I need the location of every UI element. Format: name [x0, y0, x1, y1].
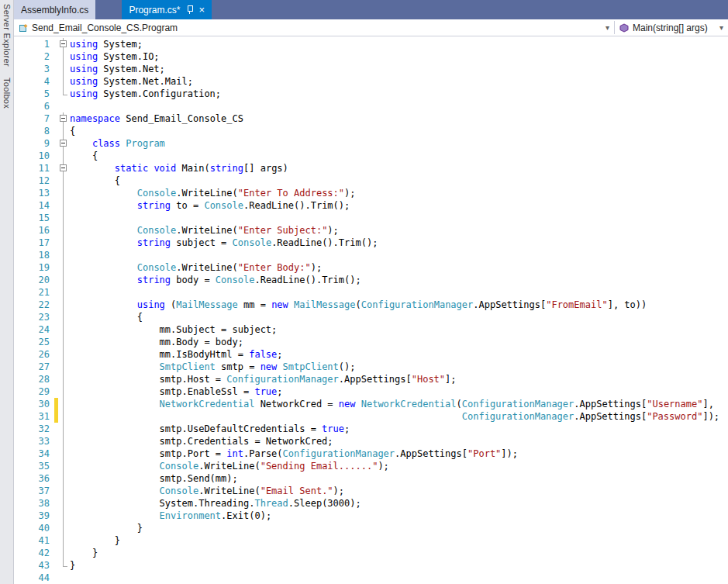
fold-margin [58, 323, 70, 336]
code-text: smtp.Port = int.Parse(ConfigurationManag… [70, 448, 728, 460]
fold-margin [58, 534, 70, 547]
line-number: 1 [14, 38, 54, 50]
fold-margin [58, 398, 70, 410]
code-line[interactable]: 43} [14, 559, 728, 572]
code-text: string subject = Console.ReadLine().Trim… [70, 237, 728, 249]
code-line[interactable]: 1using System; [14, 38, 728, 50]
code-line[interactable]: 10 { [14, 150, 728, 162]
collapse-box-icon[interactable] [60, 115, 67, 122]
fold-toggle[interactable] [58, 162, 70, 175]
code-text: mm.Body = body; [70, 336, 728, 348]
code-text: Environment.Exit(0); [70, 510, 728, 522]
fold-toggle[interactable] [58, 38, 70, 50]
code-line[interactable]: 31 ConfigurationManager.AppSettings["Pas… [14, 410, 728, 423]
code-line[interactable]: 24 mm.Subject = subject; [14, 323, 728, 336]
fold-margin [58, 497, 70, 510]
line-number: 14 [14, 199, 54, 212]
code-line[interactable]: 9 class Program [14, 137, 728, 150]
code-text: using (MailMessage mm = new MailMessage(… [70, 299, 728, 311]
code-line[interactable]: 5using System.Configuration; [14, 88, 728, 100]
code-line[interactable]: 42 } [14, 547, 728, 559]
fold-margin [58, 559, 70, 572]
line-number: 29 [14, 385, 54, 398]
close-icon[interactable]: × [198, 5, 205, 15]
line-number: 21 [14, 286, 54, 299]
code-line[interactable]: 17 string subject = Console.ReadLine().T… [14, 237, 728, 249]
code-line[interactable]: 36 smtp.Send(mm); [14, 472, 728, 485]
type-dropdown[interactable]: Send_Email_Console_CS.Program ▾ [14, 19, 614, 36]
code-editor[interactable]: 1using System;2using System.IO;3using Sy… [14, 36, 728, 584]
code-line[interactable]: 35 Console.WriteLine("Sending Email.....… [14, 460, 728, 472]
line-number: 43 [14, 559, 54, 572]
code-line[interactable]: 30 NetworkCredential NetworkCred = new N… [14, 398, 728, 410]
code-line[interactable]: 12 { [14, 175, 728, 187]
line-number: 23 [14, 311, 54, 323]
code-line[interactable]: 20 string body = Console.ReadLine().Trim… [14, 274, 728, 286]
line-number: 27 [14, 361, 54, 373]
code-text: smtp.Host = ConfigurationManager.AppSett… [70, 373, 728, 385]
code-line[interactable]: 14 string to = Console.ReadLine().Trim()… [14, 199, 728, 212]
code-line[interactable]: 38 System.Threading.Thread.Sleep(3000); [14, 497, 728, 510]
code-line[interactable]: 27 SmtpClient smtp = new SmtpClient(); [14, 361, 728, 373]
line-number: 4 [14, 75, 54, 88]
code-line[interactable]: 23 { [14, 311, 728, 323]
code-line[interactable]: 44 [14, 572, 728, 584]
code-text: ConfigurationManager.AppSettings["Passwo… [70, 410, 728, 423]
tab-assemblyinfo[interactable]: AssemblyInfo.cs [14, 0, 95, 19]
code-line[interactable]: 8{ [14, 125, 728, 137]
type-dropdown-label: Send_Email_Console_CS.Program [32, 22, 178, 33]
code-line[interactable]: 6 [14, 100, 728, 112]
collapse-box-icon[interactable] [60, 40, 67, 47]
code-line[interactable]: 39 Environment.Exit(0); [14, 510, 728, 522]
line-number: 11 [14, 162, 54, 175]
code-line[interactable]: 41 } [14, 534, 728, 547]
collapse-box-icon[interactable] [60, 140, 67, 147]
fold-margin [58, 274, 70, 286]
code-line[interactable]: 2using System.IO; [14, 50, 728, 63]
code-line[interactable]: 4using System.Net.Mail; [14, 75, 728, 88]
fold-toggle[interactable] [58, 112, 70, 125]
code-line[interactable]: 40 } [14, 522, 728, 534]
fold-toggle[interactable] [58, 137, 70, 150]
code-line[interactable]: 22 using (MailMessage mm = new MailMessa… [14, 299, 728, 311]
code-line[interactable]: 15 [14, 212, 728, 224]
tool-tab-toolbox[interactable]: Toolbox [2, 78, 12, 109]
line-number: 44 [14, 572, 54, 584]
pin-icon[interactable] [186, 5, 194, 15]
code-line[interactable]: 34 smtp.Port = int.Parse(ConfigurationMa… [14, 448, 728, 460]
line-number: 2 [14, 50, 54, 63]
code-text: smtp.EnableSsl = true; [70, 385, 728, 398]
fold-margin [58, 63, 70, 75]
code-line[interactable]: 26 mm.IsBodyHtml = false; [14, 348, 728, 361]
code-line[interactable]: 28 smtp.Host = ConfigurationManager.AppS… [14, 373, 728, 385]
code-line[interactable]: 37 Console.WriteLine("Email Sent."); [14, 485, 728, 497]
line-number: 6 [14, 100, 54, 112]
code-text: Console.WriteLine("Enter Body:"); [70, 261, 728, 274]
fold-margin [58, 50, 70, 63]
member-dropdown[interactable]: Main(string[] args) ▾ [615, 19, 728, 36]
code-text: using System.Net; [70, 63, 728, 75]
code-line[interactable]: 18 [14, 249, 728, 261]
tab-program-active[interactable]: Program.cs* × [122, 0, 212, 19]
tool-tab-server-explorer[interactable]: Server Explorer [2, 4, 12, 67]
code-line[interactable]: 32 smtp.UseDefaultCredentials = true; [14, 423, 728, 435]
code-line[interactable]: 29 smtp.EnableSsl = true; [14, 385, 728, 398]
fold-margin [58, 435, 70, 448]
collapse-box-icon[interactable] [60, 164, 67, 171]
code-line[interactable]: 19 Console.WriteLine("Enter Body:"); [14, 261, 728, 274]
code-line[interactable]: 33 smtp.Credentials = NetworkCred; [14, 435, 728, 448]
code-line[interactable]: 25 mm.Body = body; [14, 336, 728, 348]
code-line[interactable]: 16 Console.WriteLine("Enter Subject:"); [14, 224, 728, 237]
member-dropdown-label: Main(string[] args) [633, 22, 708, 33]
code-line[interactable]: 13 Console.WriteLine("Enter To Address:"… [14, 187, 728, 199]
fold-margin [58, 299, 70, 311]
code-text: smtp.UseDefaultCredentials = true; [70, 423, 728, 435]
code-line[interactable]: 7namespace Send_Email_Console_CS [14, 112, 728, 125]
code-line[interactable]: 3using System.Net; [14, 63, 728, 75]
code-text [70, 286, 728, 299]
code-text: Console.WriteLine("Enter Subject:"); [70, 224, 728, 237]
fold-margin [58, 510, 70, 522]
line-number: 15 [14, 212, 54, 224]
code-line[interactable]: 11 static void Main(string[] args) [14, 162, 728, 175]
code-line[interactable]: 21 [14, 286, 728, 299]
